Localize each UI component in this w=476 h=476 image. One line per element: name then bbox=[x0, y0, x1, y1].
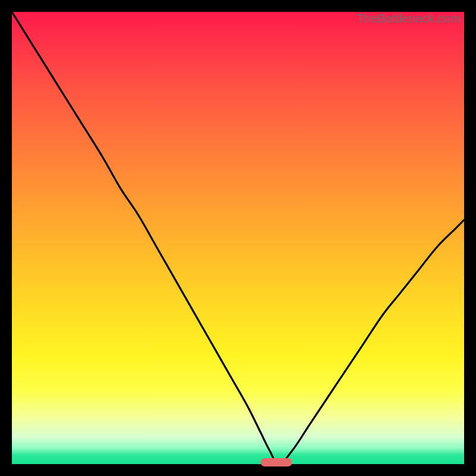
plot-area: TheBottleneck.com bbox=[12, 12, 464, 464]
curve-path bbox=[12, 12, 464, 464]
bottleneck-curve bbox=[12, 12, 464, 464]
chart-frame: TheBottleneck.com bbox=[0, 0, 476, 476]
optimal-range-marker bbox=[261, 458, 292, 466]
